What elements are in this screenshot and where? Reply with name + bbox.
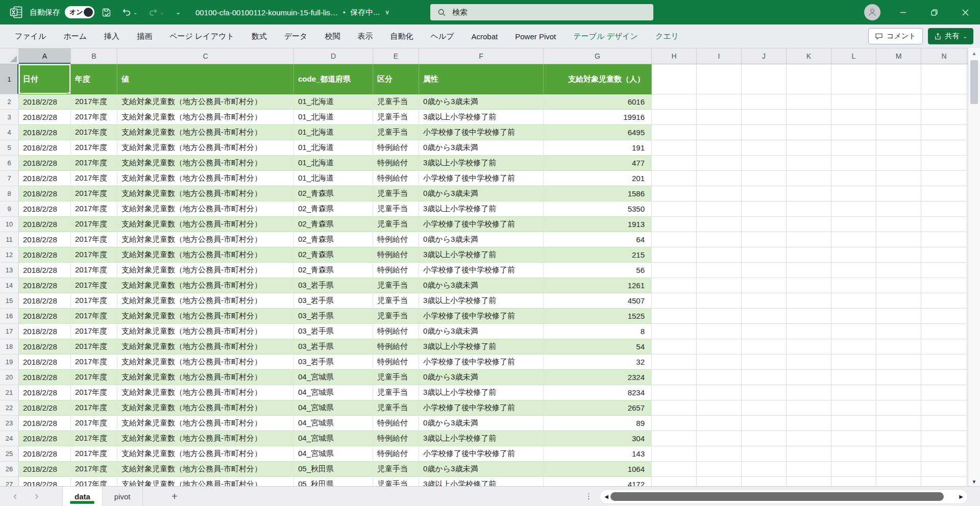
excel-app-icon[interactable] [9, 5, 23, 19]
cell[interactable]: 特例給付 [373, 232, 419, 247]
cell[interactable]: 05_秋田県 [294, 477, 373, 486]
row-number-8[interactable]: 8 [0, 186, 19, 201]
row-number-2[interactable]: 2 [0, 94, 19, 110]
empty-cell[interactable] [787, 355, 831, 370]
empty-cell[interactable] [921, 370, 967, 385]
row-number-10[interactable]: 10 [0, 217, 19, 232]
empty-cell[interactable] [876, 309, 921, 324]
empty-cell[interactable] [742, 156, 787, 171]
horizontal-scroll-thumb[interactable] [610, 492, 944, 501]
empty-cell[interactable] [831, 232, 876, 247]
cell[interactable]: 0歳から3歳未満 [419, 370, 544, 385]
empty-cell[interactable] [876, 400, 921, 416]
empty-cell[interactable] [742, 446, 787, 462]
cell[interactable]: 3歳以上小学校修了前 [419, 339, 544, 355]
cell[interactable]: 56 [544, 263, 652, 278]
empty-cell[interactable] [831, 477, 876, 486]
row-number-11[interactable]: 11 [0, 232, 19, 247]
empty-cell[interactable] [652, 446, 697, 462]
ribbon-tab[interactable]: ヘルプ [422, 32, 462, 41]
cell[interactable]: 2018/2/28 [19, 125, 71, 140]
empty-cell[interactable] [697, 232, 742, 247]
cell[interactable]: 3歳以上小学校修了前 [419, 293, 544, 309]
cell[interactable]: 2017年度 [71, 324, 117, 339]
cell[interactable]: 215 [544, 247, 652, 263]
column-header-D[interactable]: D [294, 48, 373, 64]
cell[interactable]: 児童手当 [373, 217, 419, 232]
cell[interactable]: 支給対象児童数（地方公務員-市町村分） [117, 110, 294, 125]
empty-cell[interactable] [831, 278, 876, 293]
cell[interactable]: 児童手当 [373, 370, 419, 385]
cell[interactable]: 2017年度 [71, 217, 117, 232]
empty-cell[interactable] [921, 247, 967, 263]
cell[interactable]: 01_北海道 [294, 156, 373, 171]
empty-cell[interactable] [787, 156, 831, 171]
row-number-22[interactable]: 22 [0, 400, 19, 416]
cell[interactable]: 支給対象児童数（人） [544, 64, 652, 94]
row-number-25[interactable]: 25 [0, 446, 19, 462]
empty-cell[interactable] [921, 385, 967, 400]
cell[interactable]: 2324 [544, 370, 652, 385]
empty-cell[interactable] [652, 140, 697, 156]
cell[interactable]: 特例給付 [373, 355, 419, 370]
empty-cell[interactable] [831, 263, 876, 278]
row-number-19[interactable]: 19 [0, 355, 19, 370]
empty-cell[interactable] [742, 462, 787, 477]
cell[interactable]: 6016 [544, 94, 652, 110]
column-header-J[interactable]: J [742, 48, 787, 64]
cell[interactable]: 2018/2/28 [19, 339, 71, 355]
empty-cell[interactable] [742, 385, 787, 400]
empty-cell[interactable] [652, 293, 697, 309]
cell[interactable]: 支給対象児童数（地方公務員-市町村分） [117, 339, 294, 355]
cell[interactable]: 児童手当 [373, 385, 419, 400]
column-header-H[interactable]: H [652, 48, 697, 64]
empty-cell[interactable] [652, 370, 697, 385]
empty-cell[interactable] [876, 156, 921, 171]
cell[interactable]: 2017年度 [71, 125, 117, 140]
empty-cell[interactable] [742, 232, 787, 247]
empty-cell[interactable] [921, 156, 967, 171]
empty-cell[interactable] [876, 355, 921, 370]
cell[interactable]: 区分 [373, 64, 419, 94]
empty-cell[interactable] [921, 431, 967, 446]
cell[interactable]: 04_宮城県 [294, 431, 373, 446]
cell[interactable]: 支給対象児童数（地方公務員-市町村分） [117, 293, 294, 309]
empty-cell[interactable] [697, 140, 742, 156]
row-number-21[interactable]: 21 [0, 385, 19, 400]
ribbon-tab[interactable]: 描画 [128, 32, 161, 41]
cell[interactable]: 支給対象児童数（地方公務員-市町村分） [117, 385, 294, 400]
row-number-14[interactable]: 14 [0, 278, 19, 293]
cell[interactable]: 2017年度 [71, 201, 117, 217]
cell[interactable]: 2017年度 [71, 110, 117, 125]
cell[interactable]: 2018/2/28 [19, 263, 71, 278]
cell[interactable]: 2018/2/28 [19, 156, 71, 171]
cell[interactable]: 支給対象児童数（地方公務員-市町村分） [117, 201, 294, 217]
active-cell-A1[interactable]: 日付 [19, 64, 71, 94]
cell[interactable]: 支給対象児童数（地方公務員-市町村分） [117, 140, 294, 156]
cell[interactable]: 特例給付 [373, 156, 419, 171]
empty-cell[interactable] [697, 125, 742, 140]
row-number-26[interactable]: 26 [0, 462, 19, 477]
empty-cell[interactable] [921, 263, 967, 278]
empty-cell[interactable] [742, 309, 787, 324]
cell[interactable]: 支給対象児童数（地方公務員-市町村分） [117, 156, 294, 171]
column-header-A[interactable]: A [19, 48, 71, 64]
row-number-5[interactable]: 5 [0, 140, 19, 156]
row-number-23[interactable]: 23 [0, 416, 19, 431]
empty-cell[interactable] [697, 462, 742, 477]
empty-cell[interactable] [652, 278, 697, 293]
empty-cell[interactable] [831, 125, 876, 140]
empty-cell[interactable] [652, 156, 697, 171]
cell[interactable]: 児童手当 [373, 201, 419, 217]
close-button[interactable] [950, 0, 980, 24]
empty-cell[interactable] [921, 171, 967, 186]
empty-cell[interactable] [787, 217, 831, 232]
ribbon-tab[interactable]: ページ レイアウト [161, 32, 243, 41]
cell[interactable]: 2018/2/28 [19, 140, 71, 156]
empty-cell[interactable] [831, 186, 876, 201]
empty-cell[interactable] [697, 171, 742, 186]
empty-cell[interactable] [697, 400, 742, 416]
empty-cell[interactable] [831, 339, 876, 355]
cell[interactable]: 2018/2/28 [19, 110, 71, 125]
cell[interactable]: 8 [544, 324, 652, 339]
